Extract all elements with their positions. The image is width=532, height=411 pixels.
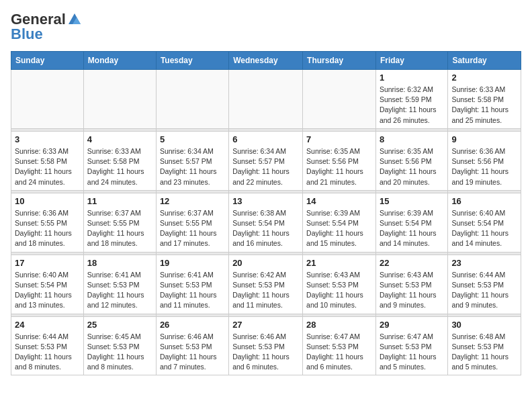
- day-number: 28: [306, 320, 372, 330]
- day-info: Sunrise: 6:34 AM Sunset: 5:57 PM Dayligh…: [232, 146, 299, 187]
- calendar-cell: 2Sunrise: 6:33 AM Sunset: 5:58 PM Daylig…: [448, 70, 521, 129]
- calendar-header-row: SundayMondayTuesdayWednesdayThursdayFrid…: [11, 52, 521, 70]
- calendar-cell: 28Sunrise: 6:47 AM Sunset: 5:53 PM Dayli…: [303, 316, 376, 375]
- calendar-week-4: 17Sunrise: 6:40 AM Sunset: 5:54 PM Dayli…: [11, 255, 521, 314]
- day-number: 18: [87, 258, 152, 268]
- calendar-week-3: 10Sunrise: 6:36 AM Sunset: 5:55 PM Dayli…: [11, 193, 521, 252]
- logo-icon: [67, 12, 82, 27]
- calendar-week-2: 3Sunrise: 6:33 AM Sunset: 5:58 PM Daylig…: [11, 131, 521, 190]
- calendar-cell: 25Sunrise: 6:45 AM Sunset: 5:53 PM Dayli…: [83, 316, 156, 375]
- day-info: Sunrise: 6:36 AM Sunset: 5:56 PM Dayligh…: [451, 146, 517, 187]
- day-info: Sunrise: 6:44 AM Sunset: 5:53 PM Dayligh…: [15, 332, 80, 373]
- calendar: SundayMondayTuesdayWednesdayThursdayFrid…: [11, 51, 521, 375]
- day-number: 29: [380, 320, 444, 330]
- calendar-cell: [303, 70, 376, 129]
- day-number: 12: [160, 196, 225, 206]
- day-number: 7: [306, 134, 372, 144]
- calendar-cell: 21Sunrise: 6:43 AM Sunset: 5:53 PM Dayli…: [303, 255, 376, 314]
- calendar-cell: 29Sunrise: 6:47 AM Sunset: 5:53 PM Dayli…: [375, 316, 447, 375]
- day-info: Sunrise: 6:38 AM Sunset: 5:54 PM Dayligh…: [232, 208, 299, 249]
- calendar-cell: 19Sunrise: 6:41 AM Sunset: 5:53 PM Dayli…: [156, 255, 228, 314]
- day-info: Sunrise: 6:41 AM Sunset: 5:53 PM Dayligh…: [160, 270, 225, 311]
- calendar-cell: [156, 70, 228, 129]
- day-number: 27: [232, 320, 299, 330]
- day-info: Sunrise: 6:37 AM Sunset: 5:55 PM Dayligh…: [160, 208, 225, 249]
- calendar-cell: 14Sunrise: 6:39 AM Sunset: 5:54 PM Dayli…: [303, 193, 376, 252]
- calendar-cell: 18Sunrise: 6:41 AM Sunset: 5:53 PM Dayli…: [83, 255, 156, 314]
- day-number: 13: [232, 196, 299, 206]
- day-number: 20: [232, 258, 299, 268]
- weekday-header-saturday: Saturday: [448, 52, 521, 70]
- day-number: 17: [15, 258, 80, 268]
- calendar-cell: 11Sunrise: 6:37 AM Sunset: 5:55 PM Dayli…: [83, 193, 156, 252]
- day-number: 26: [160, 320, 225, 330]
- calendar-cell: 15Sunrise: 6:39 AM Sunset: 5:54 PM Dayli…: [375, 193, 447, 252]
- weekday-header-friday: Friday: [375, 52, 447, 70]
- calendar-cell: 7Sunrise: 6:35 AM Sunset: 5:56 PM Daylig…: [303, 131, 376, 190]
- calendar-cell: 20Sunrise: 6:42 AM Sunset: 5:53 PM Dayli…: [229, 255, 303, 314]
- day-number: 2: [451, 73, 517, 83]
- day-info: Sunrise: 6:48 AM Sunset: 5:53 PM Dayligh…: [451, 332, 517, 373]
- day-number: 1: [380, 73, 444, 83]
- day-info: Sunrise: 6:47 AM Sunset: 5:53 PM Dayligh…: [306, 332, 372, 373]
- calendar-cell: 10Sunrise: 6:36 AM Sunset: 5:55 PM Dayli…: [11, 193, 84, 252]
- calendar-cell: 17Sunrise: 6:40 AM Sunset: 5:54 PM Dayli…: [11, 255, 84, 314]
- day-info: Sunrise: 6:40 AM Sunset: 5:54 PM Dayligh…: [451, 208, 517, 249]
- day-number: 14: [306, 196, 372, 206]
- logo: General Blue: [11, 11, 82, 43]
- day-info: Sunrise: 6:40 AM Sunset: 5:54 PM Dayligh…: [15, 270, 80, 311]
- day-info: Sunrise: 6:33 AM Sunset: 5:58 PM Dayligh…: [87, 146, 152, 187]
- calendar-cell: [11, 70, 84, 129]
- calendar-cell: 24Sunrise: 6:44 AM Sunset: 5:53 PM Dayli…: [11, 316, 84, 375]
- day-number: 11: [87, 196, 152, 206]
- day-number: 24: [15, 320, 80, 330]
- calendar-cell: 1Sunrise: 6:32 AM Sunset: 5:59 PM Daylig…: [375, 70, 447, 129]
- day-info: Sunrise: 6:33 AM Sunset: 5:58 PM Dayligh…: [15, 146, 80, 187]
- day-info: Sunrise: 6:39 AM Sunset: 5:54 PM Dayligh…: [306, 208, 372, 249]
- calendar-cell: 27Sunrise: 6:46 AM Sunset: 5:53 PM Dayli…: [229, 316, 303, 375]
- day-info: Sunrise: 6:35 AM Sunset: 5:56 PM Dayligh…: [306, 146, 372, 187]
- calendar-cell: 16Sunrise: 6:40 AM Sunset: 5:54 PM Dayli…: [448, 193, 521, 252]
- day-number: 9: [451, 134, 517, 144]
- calendar-cell: 3Sunrise: 6:33 AM Sunset: 5:58 PM Daylig…: [11, 131, 84, 190]
- day-number: 8: [380, 134, 444, 144]
- calendar-cell: 13Sunrise: 6:38 AM Sunset: 5:54 PM Dayli…: [229, 193, 303, 252]
- weekday-header-sunday: Sunday: [11, 52, 84, 70]
- day-number: 19: [160, 258, 225, 268]
- calendar-cell: 5Sunrise: 6:34 AM Sunset: 5:57 PM Daylig…: [156, 131, 228, 190]
- day-info: Sunrise: 6:46 AM Sunset: 5:53 PM Dayligh…: [160, 332, 225, 373]
- day-info: Sunrise: 6:46 AM Sunset: 5:53 PM Dayligh…: [232, 332, 299, 373]
- day-info: Sunrise: 6:34 AM Sunset: 5:57 PM Dayligh…: [160, 146, 225, 187]
- weekday-header-monday: Monday: [83, 52, 156, 70]
- day-info: Sunrise: 6:39 AM Sunset: 5:54 PM Dayligh…: [380, 208, 444, 249]
- day-number: 21: [306, 258, 372, 268]
- calendar-cell: 26Sunrise: 6:46 AM Sunset: 5:53 PM Dayli…: [156, 316, 228, 375]
- calendar-week-1: 1Sunrise: 6:32 AM Sunset: 5:59 PM Daylig…: [11, 70, 521, 129]
- day-info: Sunrise: 6:45 AM Sunset: 5:53 PM Dayligh…: [87, 332, 152, 373]
- calendar-cell: 30Sunrise: 6:48 AM Sunset: 5:53 PM Dayli…: [448, 316, 521, 375]
- header: General Blue: [11, 11, 521, 43]
- day-info: Sunrise: 6:35 AM Sunset: 5:56 PM Dayligh…: [380, 146, 444, 187]
- day-number: 5: [160, 134, 225, 144]
- day-number: 10: [15, 196, 80, 206]
- day-info: Sunrise: 6:36 AM Sunset: 5:55 PM Dayligh…: [15, 208, 80, 249]
- weekday-header-thursday: Thursday: [303, 52, 376, 70]
- weekday-header-tuesday: Tuesday: [156, 52, 228, 70]
- calendar-cell: 8Sunrise: 6:35 AM Sunset: 5:56 PM Daylig…: [375, 131, 447, 190]
- calendar-cell: 9Sunrise: 6:36 AM Sunset: 5:56 PM Daylig…: [448, 131, 521, 190]
- day-number: 25: [87, 320, 152, 330]
- day-number: 3: [15, 134, 80, 144]
- logo-blue-text: Blue: [11, 26, 43, 43]
- calendar-cell: 4Sunrise: 6:33 AM Sunset: 5:58 PM Daylig…: [83, 131, 156, 190]
- day-number: 30: [451, 320, 517, 330]
- day-number: 22: [380, 258, 444, 268]
- day-info: Sunrise: 6:43 AM Sunset: 5:53 PM Dayligh…: [306, 270, 372, 311]
- calendar-cell: 23Sunrise: 6:44 AM Sunset: 5:53 PM Dayli…: [448, 255, 521, 314]
- weekday-header-wednesday: Wednesday: [229, 52, 303, 70]
- day-number: 23: [451, 258, 517, 268]
- day-info: Sunrise: 6:37 AM Sunset: 5:55 PM Dayligh…: [87, 208, 152, 249]
- day-info: Sunrise: 6:47 AM Sunset: 5:53 PM Dayligh…: [380, 332, 444, 373]
- day-info: Sunrise: 6:33 AM Sunset: 5:58 PM Dayligh…: [451, 85, 517, 126]
- calendar-cell: 6Sunrise: 6:34 AM Sunset: 5:57 PM Daylig…: [229, 131, 303, 190]
- calendar-cell: 12Sunrise: 6:37 AM Sunset: 5:55 PM Dayli…: [156, 193, 228, 252]
